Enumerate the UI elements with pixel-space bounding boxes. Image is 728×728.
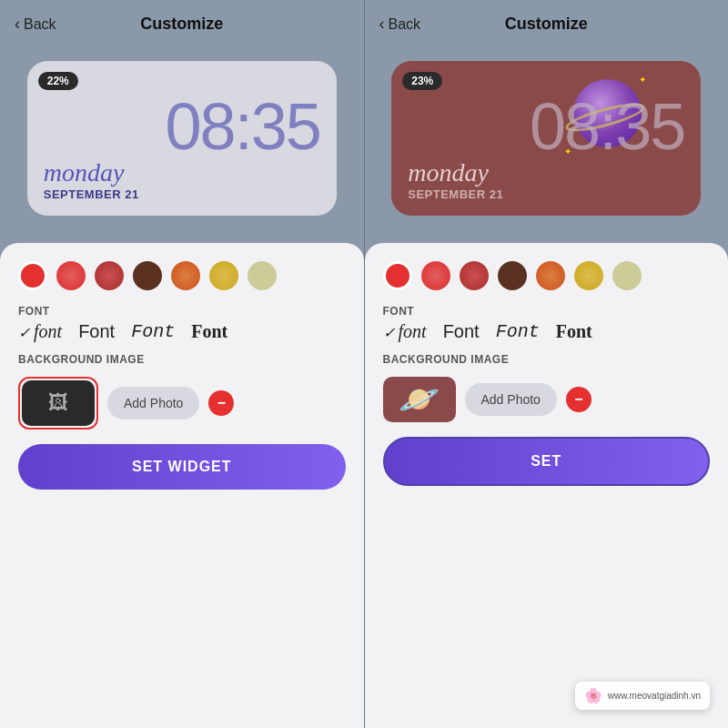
right-font-label: FONT: [383, 305, 711, 318]
left-color-row: [18, 258, 346, 294]
watermark-url: www.meovatgiadinh.vn: [608, 691, 701, 701]
right-controls-area: FONT font Font Font Font BACKGROUND IMAG…: [365, 243, 729, 728]
left-color-dot-5[interactable]: [171, 261, 200, 290]
right-color-dot-1[interactable]: [383, 261, 412, 290]
right-add-photo-button[interactable]: Add Photo: [465, 383, 557, 416]
left-widget-card: 22% 08:35 monday SEPTEMBER 21: [27, 61, 337, 216]
right-bg-label: BACKGROUND IMAGE: [383, 353, 711, 366]
right-bg-controls: 🪐 Add Photo −: [383, 377, 711, 422]
right-font-option-4[interactable]: Font: [556, 321, 592, 342]
left-bg-thumbnail-wrap: 🖼: [18, 377, 98, 430]
right-bg-thumbnail[interactable]: 🪐: [383, 377, 456, 422]
right-set-widget-button[interactable]: SET: [383, 437, 711, 486]
left-font-option-2[interactable]: Font: [78, 321, 115, 342]
left-image-icon: 🖼: [48, 391, 68, 415]
right-color-dot-3[interactable]: [460, 261, 489, 290]
right-back-button[interactable]: ‹ Back: [379, 15, 421, 34]
left-battery-badge: 22%: [38, 72, 78, 90]
left-header-title: Customize: [140, 15, 223, 34]
right-font-row: font Font Font Font: [383, 321, 711, 342]
left-bg-section: BACKGROUND IMAGE 🖼 Add Photo −: [18, 353, 346, 430]
left-bg-label: BACKGROUND IMAGE: [18, 353, 346, 366]
left-color-dot-1[interactable]: [18, 261, 47, 290]
left-font-option-4[interactable]: Font: [191, 321, 228, 342]
right-back-label: Back: [389, 16, 421, 33]
right-date-display: SEPTEMBER 21: [408, 187, 684, 201]
right-font-option-1[interactable]: font: [383, 321, 427, 342]
right-widget-card: 23% ✦ ✦ 08:35 monday SEPTEMBER 21: [391, 61, 701, 216]
right-font-section: FONT font Font Font Font: [383, 305, 711, 342]
left-color-dot-7[interactable]: [248, 261, 277, 290]
left-add-photo-button[interactable]: Add Photo: [107, 387, 199, 420]
right-header: ‹ Back Customize: [365, 0, 729, 43]
left-preview-area: 22% 08:35 monday SEPTEMBER 21: [0, 43, 364, 243]
left-back-label: Back: [24, 16, 56, 33]
right-planet-icon: 🪐: [399, 380, 440, 419]
right-color-dot-4[interactable]: [498, 261, 527, 290]
watermark: 🌸 www.meovatgiadinh.vn: [575, 682, 710, 710]
left-color-dot-2[interactable]: [56, 261, 86, 290]
right-color-dot-2[interactable]: [421, 261, 450, 290]
right-day-display: monday: [408, 159, 684, 187]
left-time-display: 08:35: [44, 94, 320, 159]
left-header: ‹ Back Customize: [0, 0, 364, 43]
right-time-display: 08:35: [408, 94, 684, 159]
watermark-flower-icon: 🌸: [584, 687, 602, 704]
left-day-display: monday: [44, 159, 320, 187]
left-font-label: FONT: [18, 305, 346, 318]
left-remove-button[interactable]: −: [208, 390, 234, 416]
left-font-section: FONT font Font Font Font: [18, 305, 346, 342]
left-controls-area: FONT font Font Font Font BACKGROUND IMAG…: [0, 243, 364, 728]
left-set-widget-button[interactable]: SET WIDGET: [18, 444, 346, 490]
left-back-chevron-icon: ‹: [15, 15, 20, 34]
right-color-dot-6[interactable]: [574, 261, 603, 290]
left-panel: ‹ Back Customize 22% 08:35 monday SEPTEM…: [0, 0, 364, 728]
right-font-option-3[interactable]: Font: [496, 321, 540, 342]
left-date-display: SEPTEMBER 21: [44, 187, 320, 201]
right-bg-thumbnail-wrap: 🪐: [383, 377, 456, 422]
left-font-row: font Font Font Font: [18, 321, 346, 342]
right-font-option-2[interactable]: Font: [443, 321, 480, 342]
left-color-dot-4[interactable]: [133, 261, 162, 290]
left-bg-thumbnail[interactable]: 🖼: [22, 380, 95, 426]
left-bg-controls: 🖼 Add Photo −: [18, 377, 346, 430]
right-preview-area: 23% ✦ ✦ 08:35 monday SEPTEMBER 21: [365, 43, 729, 243]
right-battery-badge: 23%: [402, 72, 442, 90]
left-color-dot-6[interactable]: [209, 261, 238, 290]
left-back-button[interactable]: ‹ Back: [15, 15, 56, 34]
left-font-option-1[interactable]: font: [18, 321, 62, 342]
right-header-title: Customize: [505, 15, 588, 34]
right-remove-button[interactable]: −: [566, 387, 592, 412]
right-panel: ‹ Back Customize 23% ✦ ✦ 08:35 monday SE…: [365, 0, 729, 728]
right-color-dot-5[interactable]: [536, 261, 565, 290]
left-color-dot-3[interactable]: [95, 261, 124, 290]
right-color-dot-7[interactable]: [612, 261, 642, 290]
right-bg-section: BACKGROUND IMAGE 🪐 Add Photo −: [383, 353, 711, 422]
right-back-chevron-icon: ‹: [379, 15, 385, 34]
right-star-1: ✦: [639, 75, 646, 85]
left-font-option-3[interactable]: Font: [131, 321, 175, 342]
right-color-row: [383, 258, 711, 294]
